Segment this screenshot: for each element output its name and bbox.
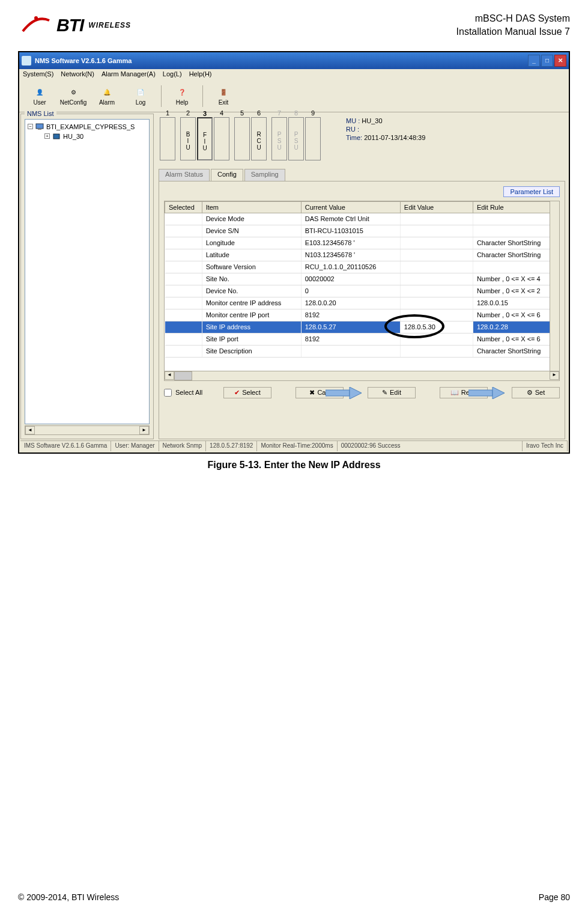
cell-selected[interactable]	[165, 309, 202, 321]
table-row[interactable]: Device ModeDAS Remote Ctrl Unit	[165, 213, 559, 225]
select-all-input[interactable]	[164, 389, 172, 397]
tab-alarm-status[interactable]: Alarm Status	[159, 169, 210, 181]
cell-selected[interactable]	[165, 333, 202, 345]
select-button[interactable]: ✔Select	[223, 387, 271, 398]
cell-selected[interactable]	[165, 273, 202, 285]
table-row[interactable]: Site IP address128.0.5.27128.0.5.30128.0…	[165, 321, 559, 333]
table-row[interactable]: Site IP port8192Number , 0 <= X <= 6	[165, 333, 559, 345]
cell-selected[interactable]	[165, 261, 202, 273]
col-edit-rule[interactable]: Edit Rule	[473, 201, 559, 213]
cell-edit[interactable]	[400, 333, 473, 345]
tree-root-item[interactable]: − BTI_EXAMPLE_CYPRESS_S	[28, 122, 147, 132]
slot-5[interactable]: 5	[234, 117, 250, 160]
tree-horizontal-scrollbar[interactable]: ◄ ►	[25, 425, 150, 435]
col-current-value[interactable]: Current Value	[301, 201, 400, 213]
cell-edit[interactable]	[400, 249, 473, 261]
cell-selected[interactable]	[165, 297, 202, 309]
cell-edit[interactable]	[400, 237, 473, 249]
table-row[interactable]: LongitudeE103.12345678 'Character ShortS…	[165, 237, 559, 249]
svg-point-0	[34, 16, 38, 20]
menu-network[interactable]: Network(N)	[61, 70, 94, 80]
table-row[interactable]: LatitudeN103.12345678 'Character ShortSt…	[165, 249, 559, 261]
toolbar-netconfig-button[interactable]: ⚙ NetConfig	[58, 83, 89, 109]
scroll-right-button[interactable]: ►	[550, 371, 559, 380]
menu-system[interactable]: System(S)	[23, 70, 53, 80]
cell-edit[interactable]	[400, 345, 473, 357]
tree-expander-icon[interactable]: +	[44, 133, 50, 139]
minimize-button[interactable]: _	[528, 55, 540, 67]
scroll-left-button[interactable]: ◄	[165, 371, 174, 380]
cell-edit[interactable]: 128.0.5.30	[400, 321, 473, 333]
col-selected[interactable]: Selected	[165, 201, 202, 213]
toolbar-help-button[interactable]: ❓ Help	[166, 83, 198, 109]
read-button[interactable]: 📖Read	[440, 387, 488, 398]
menu-alarm-manager[interactable]: Alarm Manager(A)	[102, 70, 156, 80]
cell-edit[interactable]	[400, 261, 473, 273]
status-company: Iravo Tech Inc	[523, 441, 568, 451]
slot-6[interactable]: 6RCU	[251, 117, 267, 160]
cell-item: Monitor centre IP address	[202, 297, 301, 309]
maximize-button[interactable]: □	[541, 55, 553, 67]
scroll-thumb[interactable]	[174, 371, 192, 380]
slot-1[interactable]: 1	[160, 117, 175, 160]
slot-3[interactable]: 3FIU	[197, 117, 213, 160]
cell-edit[interactable]	[400, 309, 473, 321]
doc-title-line1: mBSC-H DAS System	[456, 12, 570, 25]
status-network: Network Snmp	[159, 441, 207, 451]
select-all-checkbox[interactable]: Select All	[164, 389, 202, 397]
table-row[interactable]: Site No.00020002Number , 0 <= X <= 4	[165, 273, 559, 285]
col-edit-value[interactable]: Edit Value	[400, 201, 473, 213]
cell-selected[interactable]	[165, 321, 202, 333]
table-row[interactable]: Monitor centre IP port8192Number , 0 <= …	[165, 309, 559, 321]
table-row[interactable]: Device S/NBTI-RCU-11031015	[165, 225, 559, 237]
cell-selected[interactable]	[165, 213, 202, 225]
menu-help[interactable]: Help(H)	[189, 70, 212, 80]
col-item[interactable]: Item	[202, 201, 301, 213]
cell-selected[interactable]	[165, 345, 202, 357]
set-button[interactable]: ⚙Set	[512, 387, 560, 398]
slot-8[interactable]: 8PSU	[288, 117, 304, 160]
tab-config[interactable]: Config	[211, 169, 243, 181]
tree-expander-icon[interactable]: −	[28, 124, 33, 129]
cancel-button[interactable]: ✖Can	[296, 387, 344, 398]
slot-4[interactable]: 4	[214, 117, 229, 160]
toolbar-log-button[interactable]: 📄 Log	[125, 83, 156, 109]
slot-9[interactable]: 9	[305, 117, 321, 160]
scroll-right-button[interactable]: ►	[139, 426, 149, 434]
table-row[interactable]: Software VersionRCU_1.0.1.0_20110526	[165, 261, 559, 273]
tree-child-item[interactable]: + HU_30	[28, 132, 147, 141]
edit-button[interactable]: ✎Edit	[368, 387, 416, 398]
menu-log[interactable]: Log(L)	[163, 70, 182, 80]
cell-edit[interactable]	[400, 213, 473, 225]
slot-7[interactable]: 7PSU	[271, 117, 287, 160]
cell-current: 128.0.0.20	[301, 297, 400, 309]
cell-item: Site Description	[202, 345, 301, 357]
cell-edit[interactable]	[400, 297, 473, 309]
cell-selected[interactable]	[165, 237, 202, 249]
scroll-left-button[interactable]: ◄	[25, 426, 35, 434]
cell-selected[interactable]	[165, 225, 202, 237]
computer-icon	[35, 123, 44, 131]
table-row[interactable]: Device No.0Number , 0 <= X <= 2	[165, 285, 559, 297]
svg-rect-2	[38, 129, 41, 130]
table-row[interactable]: Monitor centre IP address128.0.0.20128.0…	[165, 297, 559, 309]
cell-edit[interactable]	[400, 225, 473, 237]
toolbar-exit-button[interactable]: 🚪 Exit	[208, 83, 239, 109]
parameter-list-button[interactable]: Parameter List	[503, 186, 560, 197]
cell-edit[interactable]	[400, 273, 473, 285]
table-row[interactable]: Site DescriptionCharacter ShortString	[165, 345, 559, 357]
cell-selected[interactable]	[165, 249, 202, 261]
toolbar-user-button[interactable]: 👤 User	[24, 83, 55, 109]
cell-edit[interactable]	[400, 285, 473, 297]
slot-2[interactable]: 2BIU	[180, 117, 196, 160]
toolbar-alarm-button[interactable]: 🔔 Alarm	[91, 83, 123, 109]
table-horizontal-scrollbar[interactable]: ◄ ►	[165, 371, 559, 380]
nms-tree[interactable]: − BTI_EXAMPLE_CYPRESS_S + HU_30	[25, 119, 150, 424]
tab-sampling[interactable]: Sampling	[244, 169, 285, 181]
svg-marker-5	[350, 387, 362, 399]
close-button[interactable]: ✕	[554, 55, 566, 67]
svg-rect-3	[53, 134, 59, 139]
app-icon	[22, 56, 31, 65]
table-vertical-scrollbar[interactable]	[550, 201, 559, 371]
cell-selected[interactable]	[165, 285, 202, 297]
